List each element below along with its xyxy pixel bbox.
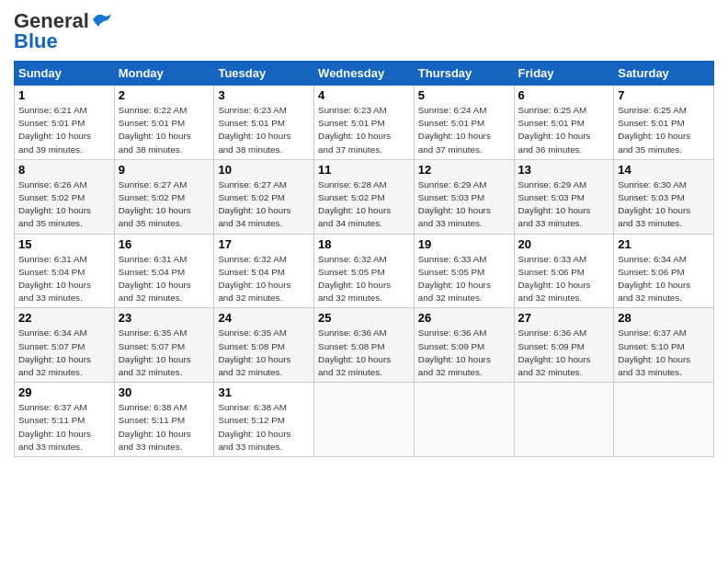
day-number: 23 [119,311,210,325]
calendar-cell: 7Sunrise: 6:25 AMSunset: 5:01 PMDaylight… [614,86,714,160]
weekday-header-friday: Friday [514,62,614,86]
calendar-cell: 18Sunrise: 6:32 AMSunset: 5:05 PMDayligh… [314,234,415,308]
calendar-cell: 4Sunrise: 6:23 AMSunset: 5:01 PMDaylight… [314,86,415,160]
day-number: 10 [218,163,310,177]
day-number: 8 [18,163,110,177]
calendar-cell: 23Sunrise: 6:35 AMSunset: 5:07 PMDayligh… [114,308,214,383]
calendar-cell: 13Sunrise: 6:29 AMSunset: 5:03 PMDayligh… [514,159,614,234]
calendar-cell: 14Sunrise: 6:30 AMSunset: 5:03 PMDayligh… [614,159,714,234]
calendar-cell: 8Sunrise: 6:26 AMSunset: 5:02 PMDaylight… [15,159,115,234]
calendar-cell [414,383,514,457]
day-number: 18 [318,237,410,251]
day-number: 22 [18,311,110,325]
calendar-cell: 22Sunrise: 6:34 AMSunset: 5:07 PMDayligh… [15,308,115,383]
day-number: 20 [518,237,610,251]
day-info: Sunrise: 6:29 AMSunset: 5:03 PMDaylight:… [518,178,610,231]
day-number: 25 [318,311,410,325]
weekday-header-saturday: Saturday [614,62,714,86]
calendar-container: General Blue SundayMondayTuesdayWednesda… [0,0,728,466]
day-info: Sunrise: 6:31 AMSunset: 5:04 PMDaylight:… [18,253,110,305]
day-number: 11 [318,163,410,177]
weekday-header-monday: Monday [114,62,214,86]
logo-bird-icon [91,12,111,27]
day-info: Sunrise: 6:25 AMSunset: 5:01 PMDaylight:… [518,104,610,156]
weekday-header-row: SundayMondayTuesdayWednesdayThursdayFrid… [15,62,714,86]
day-info: Sunrise: 6:35 AMSunset: 5:07 PMDaylight:… [119,327,210,379]
day-info: Sunrise: 6:33 AMSunset: 5:05 PMDaylight:… [418,253,510,305]
day-number: 3 [218,88,310,102]
calendar-cell: 20Sunrise: 6:33 AMSunset: 5:06 PMDayligh… [514,234,614,308]
calendar-cell: 9Sunrise: 6:27 AMSunset: 5:02 PMDaylight… [114,159,214,234]
day-info: Sunrise: 6:33 AMSunset: 5:06 PMDaylight:… [518,253,610,305]
day-info: Sunrise: 6:34 AMSunset: 5:06 PMDaylight:… [618,253,710,305]
day-info: Sunrise: 6:38 AMSunset: 5:12 PMDaylight:… [218,401,310,454]
calendar-cell: 15Sunrise: 6:31 AMSunset: 5:04 PMDayligh… [15,234,115,308]
calendar-cell: 27Sunrise: 6:36 AMSunset: 5:09 PMDayligh… [514,308,614,383]
week-row-1: 1Sunrise: 6:21 AMSunset: 5:01 PMDaylight… [15,86,714,160]
calendar-cell: 16Sunrise: 6:31 AMSunset: 5:04 PMDayligh… [114,234,214,308]
header: General Blue [14,9,714,53]
calendar-cell [614,383,714,457]
calendar-cell: 25Sunrise: 6:36 AMSunset: 5:08 PMDayligh… [314,308,415,383]
calendar-cell: 6Sunrise: 6:25 AMSunset: 5:01 PMDaylight… [514,86,614,160]
logo-blue: Blue [14,29,58,53]
calendar-cell: 30Sunrise: 6:38 AMSunset: 5:11 PMDayligh… [114,383,214,457]
day-info: Sunrise: 6:35 AMSunset: 5:08 PMDaylight:… [218,327,310,379]
calendar-cell: 21Sunrise: 6:34 AMSunset: 5:06 PMDayligh… [614,234,714,308]
calendar-cell: 10Sunrise: 6:27 AMSunset: 5:02 PMDayligh… [214,159,314,234]
day-info: Sunrise: 6:37 AMSunset: 5:10 PMDaylight:… [618,327,710,379]
calendar-cell: 3Sunrise: 6:23 AMSunset: 5:01 PMDaylight… [214,86,314,160]
day-number: 30 [119,385,210,399]
day-info: Sunrise: 6:24 AMSunset: 5:01 PMDaylight:… [418,104,510,156]
calendar-cell [514,383,614,457]
day-info: Sunrise: 6:23 AMSunset: 5:01 PMDaylight:… [218,104,310,156]
day-info: Sunrise: 6:36 AMSunset: 5:08 PMDaylight:… [318,327,410,379]
week-row-3: 15Sunrise: 6:31 AMSunset: 5:04 PMDayligh… [15,234,714,308]
calendar-cell: 26Sunrise: 6:36 AMSunset: 5:09 PMDayligh… [414,308,514,383]
day-info: Sunrise: 6:38 AMSunset: 5:11 PMDaylight:… [119,401,210,454]
day-info: Sunrise: 6:23 AMSunset: 5:01 PMDaylight:… [318,104,410,156]
day-number: 19 [418,237,510,251]
calendar-cell: 31Sunrise: 6:38 AMSunset: 5:12 PMDayligh… [214,383,314,457]
day-info: Sunrise: 6:30 AMSunset: 5:03 PMDaylight:… [618,178,710,231]
day-info: Sunrise: 6:28 AMSunset: 5:02 PMDaylight:… [318,178,410,231]
day-number: 4 [318,88,410,102]
day-info: Sunrise: 6:36 AMSunset: 5:09 PMDaylight:… [518,327,610,379]
day-info: Sunrise: 6:27 AMSunset: 5:02 PMDaylight:… [119,178,210,231]
day-number: 26 [418,311,510,325]
logo: General Blue [14,9,111,53]
calendar-cell [314,383,415,457]
calendar-cell: 17Sunrise: 6:32 AMSunset: 5:04 PMDayligh… [214,234,314,308]
day-info: Sunrise: 6:31 AMSunset: 5:04 PMDaylight:… [119,253,210,305]
day-info: Sunrise: 6:27 AMSunset: 5:02 PMDaylight:… [218,178,310,231]
week-row-4: 22Sunrise: 6:34 AMSunset: 5:07 PMDayligh… [15,308,714,383]
day-number: 2 [119,88,210,102]
week-row-5: 29Sunrise: 6:37 AMSunset: 5:11 PMDayligh… [15,383,714,457]
calendar-table: SundayMondayTuesdayWednesdayThursdayFrid… [14,61,714,457]
day-info: Sunrise: 6:22 AMSunset: 5:01 PMDaylight:… [119,104,210,156]
weekday-header-sunday: Sunday [15,62,115,86]
day-number: 15 [18,237,110,251]
day-info: Sunrise: 6:29 AMSunset: 5:03 PMDaylight:… [418,178,510,231]
day-number: 28 [618,311,710,325]
calendar-cell: 1Sunrise: 6:21 AMSunset: 5:01 PMDaylight… [15,86,115,160]
day-info: Sunrise: 6:26 AMSunset: 5:02 PMDaylight:… [18,178,110,231]
day-info: Sunrise: 6:36 AMSunset: 5:09 PMDaylight:… [418,327,510,379]
day-number: 27 [518,311,610,325]
day-number: 31 [218,385,310,399]
day-number: 1 [18,88,110,102]
day-number: 17 [218,237,310,251]
day-number: 13 [518,163,610,177]
calendar-cell: 24Sunrise: 6:35 AMSunset: 5:08 PMDayligh… [214,308,314,383]
weekday-header-thursday: Thursday [414,62,514,86]
calendar-cell: 28Sunrise: 6:37 AMSunset: 5:10 PMDayligh… [614,308,714,383]
week-row-2: 8Sunrise: 6:26 AMSunset: 5:02 PMDaylight… [15,159,714,234]
calendar-cell: 29Sunrise: 6:37 AMSunset: 5:11 PMDayligh… [15,383,115,457]
calendar-cell: 2Sunrise: 6:22 AMSunset: 5:01 PMDaylight… [114,86,214,160]
day-number: 5 [418,88,510,102]
day-number: 29 [18,385,110,399]
day-number: 14 [618,163,710,177]
calendar-cell: 19Sunrise: 6:33 AMSunset: 5:05 PMDayligh… [414,234,514,308]
day-number: 21 [618,237,710,251]
weekday-header-tuesday: Tuesday [214,62,314,86]
